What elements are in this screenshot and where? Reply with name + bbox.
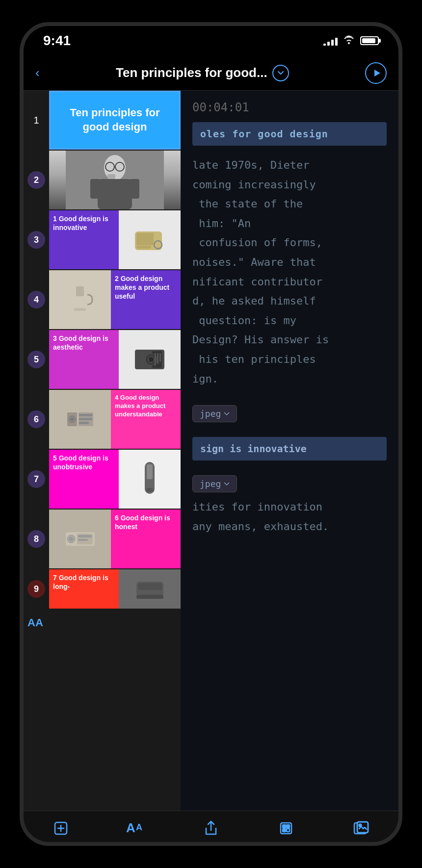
slide-thumbnail-5[interactable]: 3 Good design is aesthetic: [49, 330, 181, 389]
slide-header-prefix: oles for good design: [200, 128, 328, 140]
svg-rect-39: [78, 539, 88, 541]
slide-2-badge: 2: [27, 171, 45, 189]
slide-thumbnail-6[interactable]: 4 Good design makes a product understand…: [49, 390, 181, 449]
svg-text:A: A: [126, 821, 135, 835]
svg-rect-14: [76, 286, 84, 296]
content-body-1: late 1970s, Dieter coming increasingly t…: [192, 155, 387, 388]
slide-5-product: [119, 330, 181, 389]
main-content: 1 Ten principles for good design 2: [24, 91, 398, 811]
slide-4-product: [49, 270, 111, 329]
slide-item-9[interactable]: 9 7 Good design is long-: [24, 569, 181, 609]
slide-3-label: 1 Good design is innovative: [53, 214, 115, 232]
svg-rect-4: [130, 179, 139, 199]
slide-thumbnail-2[interactable]: [49, 151, 181, 209]
svg-rect-8: [107, 174, 115, 179]
brush-button[interactable]: [271, 814, 301, 843]
slide-item-6[interactable]: 6: [24, 390, 181, 449]
slide-number-2: 2: [24, 151, 49, 209]
battery-icon: [360, 36, 379, 45]
svg-rect-30: [79, 422, 89, 424]
svg-rect-49: [281, 823, 291, 834]
slide-thumbnail-4[interactable]: 2 Good design makes a product useful: [49, 270, 181, 329]
svg-rect-15: [74, 308, 86, 311]
slide-item-7[interactable]: 7 5 Good design is unobtrusive: [24, 450, 181, 509]
content-body-2: ities for innovation any means, exhauste…: [192, 497, 387, 536]
svg-rect-52: [283, 829, 286, 832]
slide-3-product: [119, 210, 181, 269]
slide-9-label: 7 Good design is long-: [53, 573, 115, 591]
slide-thumbnail-8[interactable]: 6 Good design is honest: [49, 510, 181, 568]
slide-7-badge: 7: [27, 470, 45, 488]
slide-panel: 1 Ten principles for good design 2: [24, 91, 181, 811]
content-panel: 00:04:01 oles for good design late 1970s…: [181, 91, 398, 811]
status-time: 9:41: [43, 33, 71, 49]
svg-point-19: [148, 357, 154, 362]
svg-rect-12: [136, 246, 151, 249]
svg-rect-29: [79, 418, 92, 420]
aa-button[interactable]: AA: [27, 616, 43, 629]
svg-text:A: A: [136, 822, 142, 832]
slide-5-badge: 5: [27, 351, 45, 368]
add-button[interactable]: [46, 814, 76, 843]
slide-number-4: 4: [24, 270, 49, 329]
slide-number-5: 5: [24, 330, 49, 389]
slide-item-2[interactable]: 2: [24, 151, 181, 209]
svg-rect-28: [79, 414, 92, 416]
back-button[interactable]: ‹: [35, 65, 40, 80]
play-button[interactable]: [365, 62, 387, 84]
slide-item-5[interactable]: 5 3 Good design is aesthetic: [24, 330, 181, 389]
svg-rect-53: [287, 829, 290, 832]
svg-rect-10: [136, 233, 154, 245]
slide-7-label: 5 Good design is unobtrusive: [53, 454, 115, 471]
slide-1-title: Ten principles for good design: [56, 106, 173, 134]
slide-thumbnail-1[interactable]: Ten principles for good design: [49, 91, 181, 150]
slide-number-6: 6: [24, 390, 49, 449]
font-button[interactable]: A A: [121, 814, 151, 843]
share-button[interactable]: [196, 814, 226, 843]
status-bar: 9:41: [24, 26, 398, 55]
slide-item-8[interactable]: 8: [24, 510, 181, 568]
svg-rect-42: [138, 583, 162, 590]
nav-title-area: Ten principles for good...: [116, 65, 289, 81]
slide-header-block: oles for good design: [192, 122, 387, 146]
slide-number-1: 1: [24, 91, 49, 150]
slide-6-product: [49, 390, 111, 449]
slide-item-4[interactable]: 4 2 Good design make: [24, 270, 181, 329]
slide-thumbnail-3[interactable]: 1 Good design is innovative: [49, 210, 181, 269]
svg-rect-32: [147, 464, 153, 479]
dropdown-button[interactable]: [272, 65, 289, 81]
slide-8-label: 6 Good design is honest: [115, 513, 177, 531]
dropdown-jpeg-2[interactable]: jpeg: [192, 475, 237, 492]
slide-item-1[interactable]: 1 Ten principles for good design: [24, 91, 181, 150]
svg-rect-2: [98, 179, 132, 209]
slide-number-3: 3: [24, 210, 49, 269]
slide-number-9: 9: [24, 569, 49, 609]
timestamp: 00:04:01: [192, 101, 387, 114]
svg-point-33: [146, 488, 154, 492]
slide-item-3[interactable]: 3 1 Good design is innovative: [24, 210, 181, 269]
slide-number-7: 7: [24, 450, 49, 509]
slide-thumbnail-9[interactable]: 7 Good design is long-: [49, 569, 181, 609]
person-photo: [49, 151, 181, 209]
slide-9-product: [119, 569, 181, 609]
svg-rect-50: [283, 825, 286, 828]
section-header-1: sign is innovative: [200, 443, 307, 455]
slide-3-badge: 3: [27, 231, 45, 249]
svg-rect-22: [159, 353, 161, 362]
section-block-1: sign is innovative: [192, 437, 387, 460]
gallery-button[interactable]: [346, 814, 376, 843]
svg-rect-43: [136, 595, 163, 599]
svg-rect-20: [155, 353, 156, 366]
dropdown-jpeg-1[interactable]: jpeg: [192, 405, 237, 422]
slide-thumbnail-7[interactable]: 5 Good design is unobtrusive: [49, 450, 181, 509]
svg-rect-3: [90, 179, 100, 199]
aa-label: AA: [27, 616, 43, 629]
nav-header: ‹ Ten principles for good...: [24, 55, 398, 91]
status-icons: [323, 34, 379, 47]
wifi-icon: [343, 34, 354, 47]
slide-8-product: [49, 510, 111, 568]
slide-7-product: [119, 450, 181, 509]
slide-6-badge: 6: [27, 410, 45, 428]
dropdown-jpeg-1-label: jpeg: [200, 408, 221, 419]
slide-5-label: 3 Good design is aesthetic: [53, 334, 115, 352]
